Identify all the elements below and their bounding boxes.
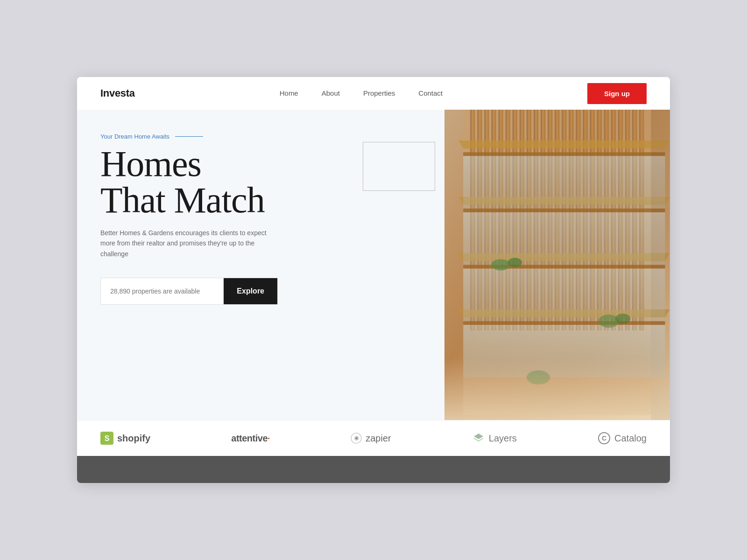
left-panel: Your Dream Home Awaits Homes That Match … bbox=[77, 110, 444, 420]
svg-text:✳: ✳ bbox=[354, 435, 359, 442]
bottom-bar bbox=[77, 456, 670, 483]
shopify-icon: S bbox=[100, 432, 113, 445]
svg-rect-35 bbox=[464, 156, 665, 209]
svg-point-39 bbox=[492, 259, 510, 270]
svg-rect-28 bbox=[464, 209, 665, 212]
layers-icon bbox=[472, 432, 485, 445]
browser-window: Investa Home About Properties Contact Si… bbox=[77, 77, 670, 483]
zapier-icon: ✳ bbox=[351, 433, 362, 444]
shopify-label: shopify bbox=[117, 433, 150, 444]
attentive-label: attentive· bbox=[231, 433, 270, 444]
svg-rect-45 bbox=[651, 110, 670, 420]
explore-button[interactable]: Explore bbox=[224, 278, 277, 304]
nav-links: Home About Properties Contact bbox=[280, 89, 443, 98]
catalog-label: Catalog bbox=[614, 433, 647, 444]
svg-marker-31 bbox=[459, 140, 670, 148]
building-svg bbox=[444, 110, 670, 420]
main-content: Your Dream Home Awaits Homes That Match … bbox=[77, 110, 670, 420]
building-image bbox=[444, 110, 670, 420]
svg-rect-30 bbox=[464, 321, 665, 325]
svg-rect-27 bbox=[464, 152, 665, 156]
nav-home[interactable]: Home bbox=[280, 89, 298, 97]
svg-rect-37 bbox=[464, 269, 665, 322]
layers-label: Layers bbox=[489, 433, 517, 444]
svg-text:S: S bbox=[105, 434, 110, 442]
tagline: Your Dream Home Awaits bbox=[100, 133, 421, 140]
layers-logo: Layers bbox=[472, 432, 517, 445]
zapier-logo: ✳ zapier bbox=[351, 433, 391, 444]
nav-contact[interactable]: Contact bbox=[418, 89, 443, 97]
navbar: Investa Home About Properties Contact Si… bbox=[77, 77, 670, 110]
svg-rect-36 bbox=[464, 212, 665, 265]
hero-description: Better Homes & Gardens encourages its cl… bbox=[100, 228, 278, 259]
zapier-label: zapier bbox=[366, 433, 391, 444]
title-wrapper: Homes That Match bbox=[100, 146, 421, 228]
hero-title-line2: That Match bbox=[100, 180, 265, 220]
search-bar: Explore bbox=[100, 278, 278, 305]
catalog-logo: C Catalog bbox=[598, 432, 647, 445]
svg-point-41 bbox=[599, 315, 619, 328]
nav-about[interactable]: About bbox=[322, 89, 340, 97]
signup-button[interactable]: Sign up bbox=[587, 83, 647, 104]
search-input[interactable] bbox=[101, 287, 224, 295]
hero-title-line1: Homes bbox=[100, 143, 201, 184]
hero-title: Homes That Match bbox=[100, 146, 421, 218]
svg-rect-44 bbox=[444, 359, 670, 420]
right-panel bbox=[444, 110, 670, 420]
shopify-logo: S shopify bbox=[100, 432, 150, 445]
svg-text:C: C bbox=[602, 434, 606, 442]
svg-point-40 bbox=[508, 258, 522, 267]
svg-point-42 bbox=[615, 314, 630, 324]
attentive-logo: attentive· bbox=[231, 433, 270, 444]
catalog-icon: C bbox=[598, 432, 611, 445]
nav-properties[interactable]: Properties bbox=[363, 89, 395, 97]
brand-logo: Investa bbox=[100, 87, 135, 99]
logos-section: S shopify attentive· ✳ zapier Layers bbox=[77, 420, 670, 456]
